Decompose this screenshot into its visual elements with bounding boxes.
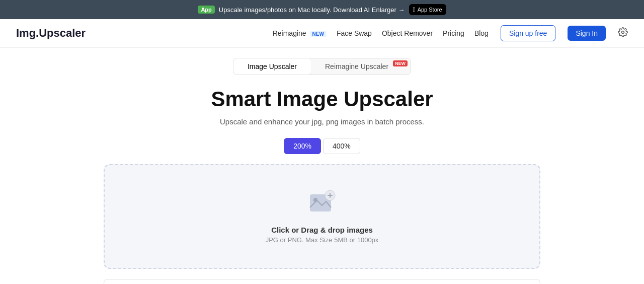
new-badge-reimagine: new bbox=[310, 31, 327, 37]
main-content: Image Upscaler Reimagine Upscaler NEW Sm… bbox=[96, 48, 548, 284]
scale-400-button[interactable]: 400% bbox=[323, 138, 360, 154]
dropzone-title: Click or Drag & drop images bbox=[271, 226, 373, 234]
nav-link-face-swap[interactable]: Face Swap bbox=[337, 29, 372, 37]
upload-icon bbox=[307, 189, 337, 219]
dropzone[interactable]: Click or Drag & drop images JPG or PNG. … bbox=[104, 164, 540, 269]
navbar: Img.Upscaler Reimagine new Face Swap Obj… bbox=[0, 19, 644, 48]
app-store-button[interactable]:  App Store bbox=[409, 4, 446, 15]
apple-icon:  bbox=[413, 6, 416, 14]
hero-title: Smart Image Upscaler bbox=[104, 87, 540, 111]
signup-button[interactable]: Sign up free bbox=[501, 25, 556, 41]
tab-new-badge: NEW bbox=[393, 60, 408, 66]
scale-200-button[interactable]: 200% bbox=[284, 138, 321, 154]
settings-icon[interactable] bbox=[618, 27, 628, 40]
scale-buttons: 200% 400% bbox=[284, 138, 360, 154]
nav-item-object-remover[interactable]: Object Remover bbox=[382, 29, 433, 38]
nav-link-blog[interactable]: Blog bbox=[474, 29, 489, 37]
nav-link-pricing[interactable]: Pricing bbox=[443, 29, 464, 37]
nav-item-reimagine[interactable]: Reimagine new bbox=[273, 29, 327, 38]
logo[interactable]: Img.Upscaler bbox=[16, 27, 86, 40]
nav-link-reimagine[interactable]: Reimagine new bbox=[273, 29, 327, 37]
app-badge: App bbox=[198, 6, 214, 14]
tabs-container: Image Upscaler Reimagine Upscaler NEW bbox=[233, 58, 411, 75]
nav-item-blog[interactable]: Blog bbox=[474, 29, 489, 38]
app-store-label: App Store bbox=[418, 7, 442, 13]
tab-image-upscaler[interactable]: Image Upscaler bbox=[233, 58, 311, 75]
nav-links: Reimagine new Face Swap Object Remover P… bbox=[273, 29, 489, 38]
nav-link-object-remover[interactable]: Object Remover bbox=[382, 29, 433, 37]
info-box: ⓘ Non-login users can upscale images up … bbox=[104, 279, 540, 284]
banner-text: Upscale images/photos on Mac locally. Do… bbox=[219, 6, 405, 14]
tab-reimagine-upscaler[interactable]: Reimagine Upscaler NEW bbox=[311, 58, 411, 75]
nav-item-face-swap[interactable]: Face Swap bbox=[337, 29, 372, 38]
top-banner: App Upscale images/photos on Mac locally… bbox=[0, 0, 644, 19]
svg-point-0 bbox=[622, 31, 624, 33]
hero-subtitle: Upscale and enhance your jpg, png images… bbox=[104, 117, 540, 126]
dropzone-subtitle: JPG or PNG. Max Size 5MB or 1000px bbox=[266, 236, 379, 244]
nav-item-pricing[interactable]: Pricing bbox=[443, 29, 464, 38]
signin-button[interactable]: Sign In bbox=[568, 26, 606, 41]
